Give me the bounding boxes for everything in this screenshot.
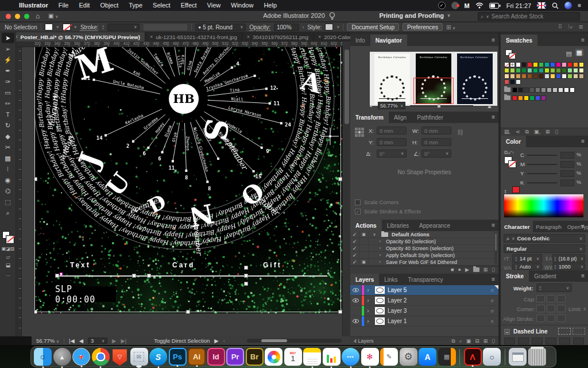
channel-value-y[interactable] [560,170,574,177]
swatch[interactable] [527,74,532,79]
menubar-item-file[interactable]: File [53,0,74,11]
scissors-tool[interactable]: ✂ [2,142,14,152]
discover-lightbulb-icon[interactable] [329,12,335,21]
new-group-icon[interactable]: ▣, [534,129,540,135]
selection-handle[interactable] [338,310,342,313]
swatch[interactable] [527,68,532,73]
uk-flag-icon[interactable] [537,2,546,9]
new-layer-icon[interactable]: ⊞ [483,338,488,344]
swatch[interactable] [552,87,558,93]
make-mask-icon[interactable]: ▣ [466,338,471,344]
w-field[interactable]: 0 mm [421,126,451,135]
chevron-down-icon[interactable]: ∨ [56,25,59,29]
menubar-item-edit[interactable]: Edit [74,0,95,11]
swatch[interactable] [570,87,575,93]
dock-icon-timetable[interactable]: ▦ [438,348,456,366]
stroke-swatch[interactable] [6,236,14,243]
swap-colors-icon[interactable]: ⧉↶ [504,150,513,156]
preferences-button[interactable]: Preferences [403,23,443,31]
chevron-down-icon[interactable]: ∨ [74,25,77,29]
swatch[interactable] [556,62,561,67]
shear-field[interactable]: 0°∨ [421,150,451,158]
panel-options-icon[interactable]: ⫶∨ [568,24,573,30]
status-arrow-icon[interactable]: ▶ [214,338,218,344]
tab-navigator[interactable]: Navigator [370,34,407,46]
navigator-zoom-slider[interactable] [410,105,473,106]
swatch[interactable] [516,68,521,73]
scale-corners-checkbox[interactable]: Scale Corners [355,199,399,205]
dock-icon-finder[interactable]: ☺ [34,348,52,366]
swatch[interactable] [562,62,567,67]
channel-value-k[interactable] [560,179,574,186]
siri-icon[interactable] [564,2,572,9]
document-tab[interactable]: ×uk-1231-651021-432741-front.jpg [145,32,242,41]
artboard-tool[interactable]: ⬚ [2,197,14,207]
shield-check-icon[interactable]: ✓ [438,2,446,9]
channel-slider-y[interactable] [527,173,557,174]
visibility-toggle[interactable] [350,316,362,326]
draw-mode-button[interactable]: ▱ [0,254,16,260]
swatch[interactable] [521,62,527,67]
type-tool[interactable]: T [2,109,14,120]
opacity-field[interactable]: 100% [274,24,299,31]
collect-export-icon[interactable]: ⧉ [451,338,455,344]
close-tab-icon[interactable]: × [150,34,153,40]
layer-thumbnail[interactable] [375,286,385,294]
channel-slider-c[interactable] [527,155,557,156]
dashed-line-checkbox[interactable]: – Dashed Line [504,328,547,335]
swatch[interactable] [521,68,527,73]
timeline-handle[interactable] [244,274,248,278]
swatch[interactable] [544,62,550,67]
target-circle-icon[interactable]: ○ [491,319,494,324]
vertical-scrollbar-thumb[interactable] [345,49,349,124]
action-row[interactable]: ✓▣∨Default Actions [350,231,498,238]
last-artboard-icon[interactable]: ▶| [121,338,126,344]
menu-icon[interactable]: ≣ [579,24,583,30]
workspace-switcher[interactable]: Printing and Proofing ∨ [379,12,450,19]
begin-recording-icon[interactable]: ● [458,267,461,273]
channel-slider-k[interactable] [527,182,557,183]
swatch[interactable] [539,74,544,79]
channel-slider-m[interactable] [527,164,557,165]
dock-icon-ps[interactable]: Ps [169,348,187,366]
stroke-weight-dropdown[interactable]: ∧∨∨ [536,283,572,292]
timeline-handle[interactable] [132,274,136,278]
swatch[interactable] [579,74,584,79]
new-sublayer-icon[interactable]: ⊟ [475,338,479,344]
layer-name[interactable]: Layer 2 [388,297,407,304]
channel-value-m[interactable] [560,161,574,168]
corner-buttons[interactable] [536,305,566,312]
control-center-icon[interactable]: ≡ [578,2,581,10]
expand-icon[interactable]: › [377,260,384,264]
artboard-thumbnail-3[interactable]: Birthdays Calendar´ [457,53,493,104]
layer-name[interactable]: Layer 5 [388,287,407,293]
preserve-dash-button[interactable] [558,328,571,335]
swatch[interactable] [533,62,538,67]
stroke-label[interactable]: Stroke: [80,24,99,30]
curvature-tool[interactable]: ✑ [2,76,14,87]
horizontal-scrollbar-thumb[interactable] [261,339,287,342]
dock-icon-settings[interactable]: ⚙ [400,348,417,366]
expand-icon[interactable]: › [377,239,384,243]
dock-icon-safari[interactable]: ➤ [72,348,90,366]
dock-icon-notes[interactable] [303,348,321,366]
brush-definition-dropdown[interactable]: ●5 pt. Round∨ [195,24,246,31]
swatch[interactable] [524,87,529,93]
grid-icon[interactable]: ⠿ [558,24,562,30]
panel-menu-icon[interactable]: ≡ [581,138,585,144]
tab-actions[interactable]: Actions [350,220,382,231]
new-set-icon[interactable] [473,267,479,272]
swatch[interactable] [504,68,509,73]
adobe-stock-search-input[interactable]: ⌕∨ Search Adobe Stock [478,12,580,21]
tab-transparency[interactable]: Transparency [403,274,448,285]
visibility-toggle[interactable] [350,285,362,295]
dock-icon-trash[interactable] [528,348,546,366]
rotate-tool[interactable]: ↻ [2,120,14,131]
stroke-weight-stepper[interactable]: ∧∨ [102,25,105,29]
layer-row[interactable]: ›Layer 2○ [350,296,498,306]
dock-icon-launchpad[interactable]: ▲ [53,348,71,366]
swatch[interactable] [579,68,584,73]
reference-point-locator[interactable] [355,128,364,137]
rotate-field[interactable]: 0°∨ [377,150,407,158]
target-circle-icon[interactable]: ○ [491,308,494,314]
